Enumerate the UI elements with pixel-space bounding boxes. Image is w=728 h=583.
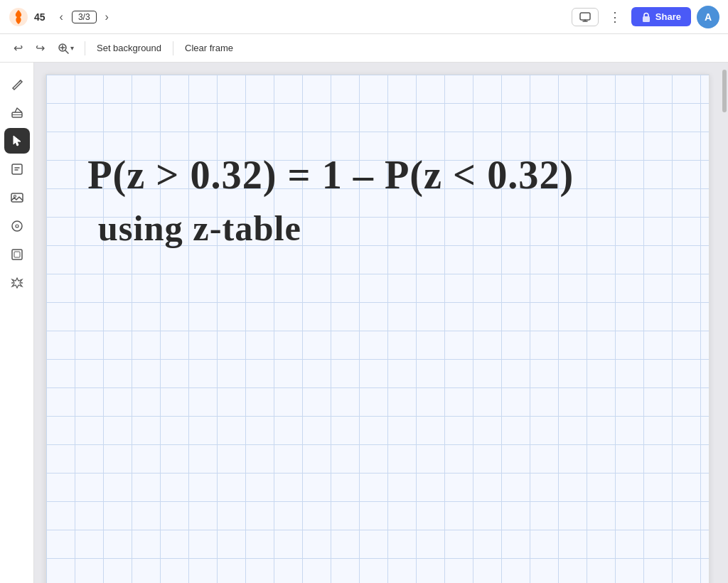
slide-badge: 3/3 bbox=[72, 11, 97, 23]
screen-share-button[interactable] bbox=[572, 8, 599, 26]
user-avatar[interactable]: A bbox=[697, 6, 719, 28]
svg-rect-9 bbox=[11, 193, 23, 202]
logo-area: 45 bbox=[9, 7, 46, 27]
eraser-icon bbox=[10, 105, 24, 119]
redo-button[interactable]: ↪ bbox=[31, 38, 50, 58]
scrollbar-thumb[interactable] bbox=[722, 70, 727, 112]
svg-point-12 bbox=[16, 225, 18, 228]
laser-tool-button[interactable] bbox=[4, 270, 30, 296]
grid-background bbox=[46, 75, 709, 583]
svg-rect-14 bbox=[14, 252, 20, 257]
prev-slide-button[interactable]: ‹ bbox=[57, 8, 66, 26]
undo-icon: ↩ bbox=[14, 41, 23, 55]
svg-line-4 bbox=[65, 50, 68, 53]
more-icon: ⋮ bbox=[609, 9, 621, 25]
lock-icon bbox=[641, 12, 651, 22]
whiteboard: P(z > 0.32) = 1 – P(z < 0.32) using z-ta… bbox=[46, 74, 710, 583]
toolbar-divider-2 bbox=[173, 41, 173, 55]
pen-icon bbox=[10, 77, 24, 91]
redo-icon: ↪ bbox=[36, 41, 45, 55]
screen-share-icon bbox=[579, 11, 591, 23]
main-content: P(z > 0.32) = 1 – P(z < 0.32) using z-ta… bbox=[0, 63, 728, 583]
set-background-button[interactable]: Set background bbox=[91, 40, 167, 56]
frame-icon bbox=[10, 247, 24, 262]
shape-icon bbox=[10, 219, 24, 233]
eraser-tool-button[interactable] bbox=[4, 100, 30, 125]
right-scrollbar[interactable] bbox=[721, 63, 728, 583]
zoom-control[interactable]: ▾ bbox=[53, 40, 79, 57]
image-icon bbox=[10, 191, 24, 205]
more-options-button[interactable]: ⋮ bbox=[604, 6, 626, 28]
frame-tool-button[interactable] bbox=[4, 242, 30, 267]
svg-rect-1 bbox=[580, 13, 590, 20]
pen-tool-button[interactable] bbox=[4, 71, 30, 97]
sticky-note-tool-button[interactable] bbox=[4, 156, 30, 182]
zoom-icon bbox=[58, 43, 69, 54]
svg-rect-8 bbox=[12, 164, 22, 174]
top-actions: ⋮ Share A bbox=[572, 6, 719, 28]
clear-frame-button[interactable]: Clear frame bbox=[179, 40, 239, 56]
left-sidebar bbox=[0, 63, 34, 583]
select-tool-button[interactable] bbox=[4, 128, 30, 154]
zoom-dropdown-icon: ▾ bbox=[70, 44, 74, 52]
toolbar-divider-1 bbox=[85, 41, 85, 55]
image-tool-button[interactable] bbox=[4, 185, 30, 210]
topbar: 45 ‹ 3/3 › ⋮ Share A bbox=[0, 0, 728, 34]
svg-rect-2 bbox=[643, 16, 650, 22]
toolbar: ↩ ↪ ▾ Set background Clear frame bbox=[0, 34, 728, 63]
slide-number: 45 bbox=[34, 11, 46, 23]
share-label: Share bbox=[655, 11, 681, 22]
svg-rect-13 bbox=[12, 250, 22, 260]
share-button[interactable]: Share bbox=[631, 7, 691, 26]
svg-point-10 bbox=[14, 196, 16, 198]
sticky-note-icon bbox=[10, 162, 24, 176]
select-cursor-icon bbox=[10, 134, 24, 148]
laser-icon bbox=[10, 276, 24, 290]
svg-point-11 bbox=[12, 221, 22, 231]
canvas-area[interactable]: P(z > 0.32) = 1 – P(z < 0.32) using z-ta… bbox=[34, 63, 721, 583]
next-slide-button[interactable]: › bbox=[102, 8, 112, 26]
app-logo-icon bbox=[9, 7, 28, 27]
shape-tool-button[interactable] bbox=[4, 213, 30, 239]
undo-button[interactable]: ↩ bbox=[9, 38, 28, 58]
